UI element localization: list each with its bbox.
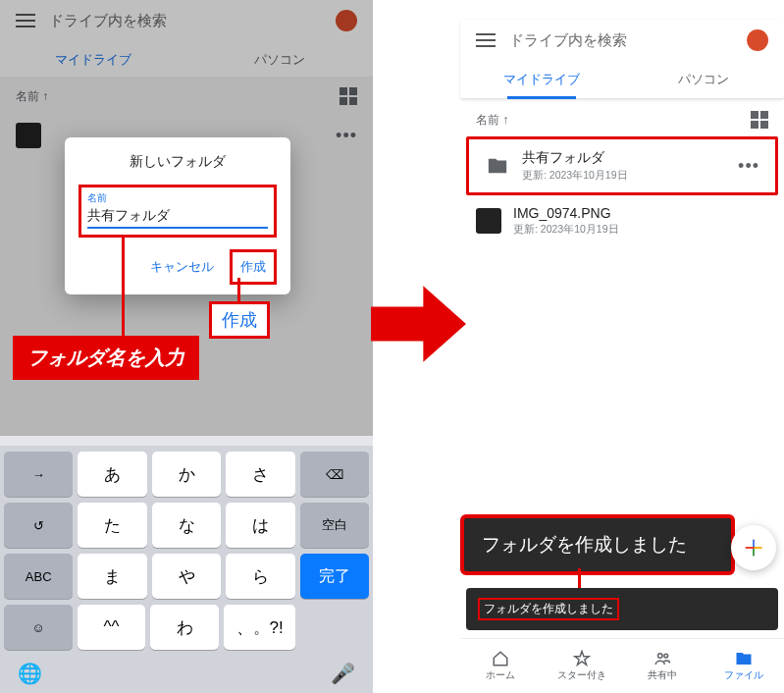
new-folder-dialog: 新しいフォルダ 名前 キャンセル 作成	[65, 137, 290, 294]
folder-name-input[interactable]	[87, 205, 268, 229]
left-screenshot: ドライブ内を検索 マイドライブ パソコン 名前 ↑ ••• 新しいフォルダ 名前…	[0, 0, 373, 693]
fab-add-button[interactable]	[731, 525, 776, 570]
file-thumbnail-icon	[476, 208, 501, 234]
key[interactable]: ら	[226, 554, 294, 599]
dialog-title: 新しいフォルダ	[78, 153, 277, 171]
space-key[interactable]: 空白	[300, 503, 369, 548]
list-item[interactable]: IMG_0974.PNG 更新: 2023年10月19日	[460, 195, 784, 246]
cancel-button[interactable]: キャンセル	[142, 249, 222, 285]
callout-enter-name: フォルダ名を入力	[13, 336, 199, 380]
grid-view-icon[interactable]	[751, 111, 768, 129]
name-field-highlight: 名前	[78, 185, 277, 238]
bottom-nav: ホーム スター付き 共有中 ファイル	[460, 638, 784, 693]
key[interactable]: や	[152, 554, 221, 599]
tab-my-drive[interactable]: マイドライブ	[460, 61, 622, 98]
toast: フォルダを作成しました	[466, 588, 778, 630]
avatar[interactable]	[747, 29, 768, 51]
item-subtitle: 更新: 2023年10月19日	[522, 169, 726, 183]
key[interactable]: さ	[226, 452, 294, 497]
key[interactable]: ま	[78, 554, 146, 599]
globe-icon[interactable]: 🌐	[18, 662, 42, 685]
key[interactable]: ^^	[78, 605, 146, 650]
tab-computers[interactable]: パソコン	[622, 61, 784, 98]
key[interactable]: あ	[78, 452, 146, 497]
key[interactable]: ↺	[4, 503, 73, 548]
callout-toast: フォルダを作成しました	[460, 514, 735, 575]
backspace-key[interactable]: ⌫	[300, 452, 369, 497]
search-placeholder[interactable]: ドライブ内を検索	[509, 31, 733, 50]
key[interactable]: 、。?!	[224, 605, 295, 650]
nav-starred[interactable]: スター付き	[542, 639, 623, 693]
key[interactable]: は	[226, 503, 294, 548]
svg-marker-0	[371, 286, 466, 362]
item-subtitle: 更新: 2023年10月19日	[513, 223, 768, 237]
name-label: 名前	[87, 191, 268, 205]
key[interactable]: た	[78, 503, 146, 548]
menu-icon[interactable]	[476, 33, 496, 47]
search-bar: ドライブ内を検索	[460, 20, 784, 61]
toast-text: フォルダを作成しました	[478, 598, 619, 620]
annotation-line	[122, 236, 125, 340]
created-folder-highlight: 共有フォルダ 更新: 2023年10月19日 •••	[466, 136, 778, 195]
tabs: マイドライブ パソコン	[460, 61, 784, 99]
svg-point-1	[658, 654, 663, 659]
key[interactable]: →	[4, 452, 73, 497]
nav-home[interactable]: ホーム	[460, 639, 542, 693]
soft-keyboard: → あ か さ ⌫ ↺ た な は 空白 ABC ま や ら 完了 ☺ ^^ わ…	[0, 436, 373, 693]
callout-create: 作成	[209, 301, 270, 339]
item-name: 共有フォルダ	[522, 149, 726, 167]
folder-icon	[485, 155, 510, 177]
key[interactable]: な	[152, 503, 221, 548]
right-screenshot: ドライブ内を検索 マイドライブ パソコン 名前 ↑ 共有フォルダ 更新: 202…	[460, 0, 784, 693]
sort-label[interactable]: 名前 ↑	[476, 112, 508, 129]
key[interactable]: か	[152, 452, 221, 497]
abc-key[interactable]: ABC	[4, 554, 73, 599]
nav-shared[interactable]: 共有中	[622, 639, 704, 693]
done-key[interactable]: 完了	[300, 554, 369, 599]
arrow-icon	[371, 285, 466, 363]
mic-icon[interactable]: 🎤	[331, 662, 355, 685]
key[interactable]: わ	[150, 605, 219, 650]
more-icon[interactable]: •••	[738, 156, 759, 177]
list-item[interactable]: 共有フォルダ 更新: 2023年10月19日 •••	[469, 139, 775, 192]
emoji-key[interactable]: ☺	[4, 605, 73, 650]
nav-files[interactable]: ファイル	[704, 639, 785, 693]
svg-point-2	[664, 654, 668, 658]
item-name: IMG_0974.PNG	[513, 205, 768, 221]
